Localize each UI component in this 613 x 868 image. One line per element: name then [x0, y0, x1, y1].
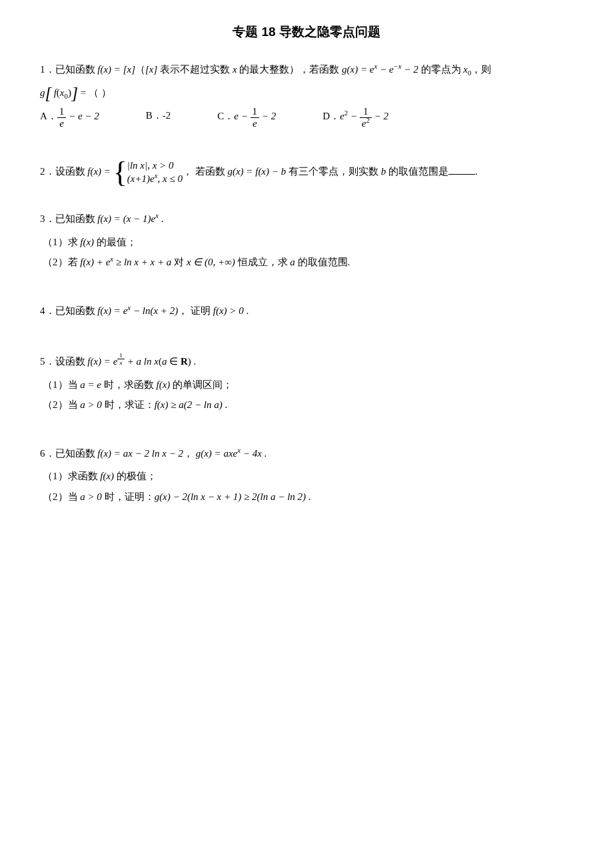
expr: f(x) = e1x + a ln x	[87, 356, 159, 367]
problem-6-sub2: （2）当 a > 0 时，证明：g(x) − 2(ln x − x + 1) ≥…	[43, 487, 573, 507]
num: 1．	[40, 64, 55, 75]
text: .	[159, 213, 164, 224]
text: ， 证明	[178, 305, 213, 316]
expr: g(x) = ex − e−x − 2	[342, 64, 418, 75]
problem-6-sub1: （1）求函数 f(x) 的极值；	[43, 467, 573, 486]
num: 3．	[40, 213, 55, 224]
text: 已知函数	[55, 448, 98, 459]
problem-6: 6．已知函数 f(x) = ax − 2 ln x − 2， g(x) = ax…	[40, 444, 573, 463]
blank-fill	[448, 164, 475, 175]
text: 的取值范围是	[386, 166, 448, 177]
problem-1: 1．已知函数 f(x) = [x]（[x] 表示不超过实数 x 的最大整数），若…	[40, 60, 573, 79]
expr: [x]	[145, 64, 157, 75]
option-b: B．-2	[146, 106, 171, 129]
text: .	[475, 166, 478, 177]
text: .	[262, 448, 267, 459]
problem-2: 2．设函数 f(x) = { |ln x|, x > 0 (x+1)ex, x …	[40, 159, 573, 185]
text: 表示不超过实数	[157, 64, 233, 75]
expr: f(x) = ax − 2 ln x − 2	[97, 448, 183, 459]
num: 6．	[40, 448, 55, 459]
page-title: 专题 18 导数之隐零点问题	[40, 20, 573, 44]
text: 已知函数	[55, 305, 98, 316]
expr: f(x) = [x]	[97, 64, 135, 75]
expr: g[ f(x0)] = （ ）	[40, 87, 111, 98]
expr: g(x) = axex − 4x	[196, 448, 262, 459]
num: 2．	[40, 166, 55, 177]
problem-4: 4．已知函数 f(x) = ex − ln(x + 2)， 证明 f(x) > …	[40, 301, 573, 321]
num: 5．	[40, 356, 55, 367]
var: x	[233, 64, 237, 75]
text: 已知函数	[55, 213, 98, 224]
var: x0	[463, 64, 471, 75]
text: 有三个零点，则实数	[286, 166, 381, 177]
expr: f(x) =	[87, 166, 113, 177]
text: ，则	[471, 64, 491, 75]
piecewise: |ln x|, x > 0 (x+1)ex, x ≤ 0	[127, 159, 183, 185]
option-d: D．e2 − 1e2 − 2	[322, 106, 388, 129]
text: 设函数	[55, 166, 88, 177]
text: ，	[183, 448, 196, 459]
options: A．1e − e − 2 B．-2 C．e − 1e − 2 D．e2 − 1e…	[40, 106, 573, 129]
problem-5-sub2: （2）当 a > 0 时，求证：f(x) ≥ a(2 − ln a) .	[43, 395, 573, 415]
text: 已知函数	[55, 64, 98, 75]
problem-3-sub1: （1）求 f(x) 的最值；	[43, 233, 573, 252]
text: 的最大整数），若函数	[237, 64, 342, 75]
problem-5-sub1: （1）当 a = e 时，求函数 f(x) 的单调区间；	[43, 375, 573, 395]
text: .	[191, 356, 197, 367]
problem-3: 3．已知函数 f(x) = (x − 1)ex .	[40, 209, 573, 229]
expr: f(x) = (x − 1)ex	[97, 213, 159, 224]
expr: f(x) = ex − ln(x + 2)	[97, 305, 178, 316]
num: 4．	[40, 305, 55, 316]
problem-5: 5．设函数 f(x) = e1x + a ln x(a ∈ R) .	[40, 352, 573, 371]
text: 的零点为	[418, 64, 464, 75]
text: ， 若函数	[183, 166, 228, 177]
expr: f(x) > 0	[213, 305, 244, 316]
option-c: C．e − 1e − 2	[217, 106, 276, 129]
expr: g(x) = f(x) − b	[227, 166, 286, 177]
problem-1-line2: g[ f(x0)] = （ ）	[40, 83, 573, 103]
option-a: A．1e − e − 2	[40, 106, 99, 129]
text: 设函数	[55, 356, 88, 367]
text: （	[135, 64, 145, 75]
text: .	[244, 305, 249, 316]
problem-3-sub2: （2）若 f(x) + ex ≥ ln x + x + a 对 x ∈ (0, …	[43, 253, 573, 272]
